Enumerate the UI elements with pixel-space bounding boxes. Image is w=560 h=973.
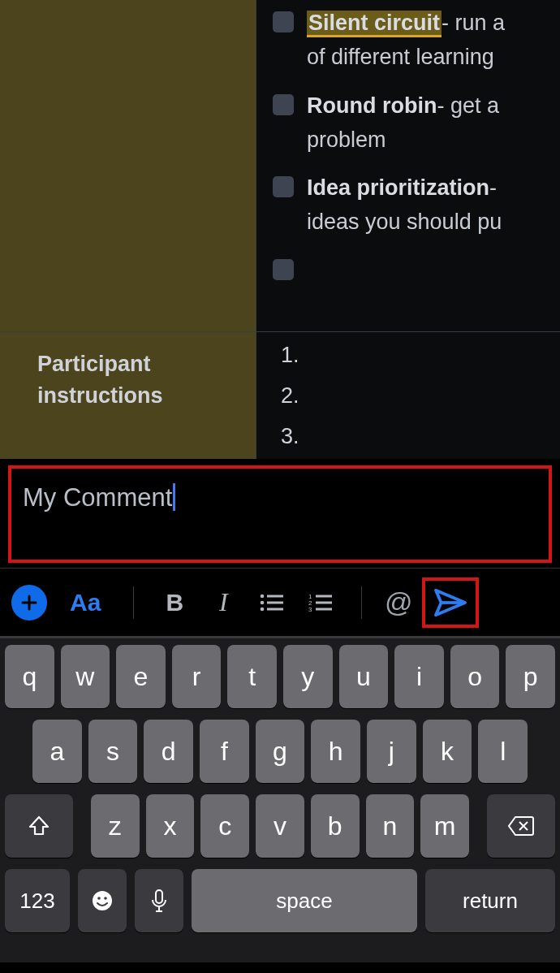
key-a[interactable]: a bbox=[32, 720, 82, 783]
list-item[interactable]: 2. bbox=[281, 379, 560, 413]
key-emoji[interactable] bbox=[78, 869, 127, 932]
document-content[interactable]: Silent circuit- run a of different learn… bbox=[0, 0, 560, 459]
svg-point-15 bbox=[104, 897, 107, 900]
checkbox-icon[interactable] bbox=[273, 176, 294, 197]
comment-input[interactable]: My Comment bbox=[8, 465, 552, 563]
format-toolbar: Aa B I 1 2 3 @ bbox=[0, 568, 560, 638]
key-d[interactable]: d bbox=[144, 720, 193, 783]
key-backspace[interactable] bbox=[487, 794, 555, 858]
item-rest: - get a bbox=[437, 93, 499, 118]
item-line2: problem bbox=[307, 128, 386, 152]
svg-rect-1 bbox=[267, 595, 283, 597]
item-line2: ideas you should pu bbox=[307, 210, 502, 234]
key-x[interactable]: x bbox=[146, 794, 195, 858]
list-item[interactable]: 1. bbox=[281, 339, 560, 373]
list-item[interactable]: 3. bbox=[281, 420, 560, 454]
key-f[interactable]: f bbox=[200, 720, 249, 783]
key-u[interactable]: u bbox=[339, 645, 389, 708]
key-i[interactable]: i bbox=[394, 645, 444, 708]
send-icon bbox=[433, 587, 467, 618]
bullet-list-icon bbox=[260, 593, 284, 612]
key-q[interactable]: q bbox=[5, 645, 54, 708]
italic-button[interactable]: I bbox=[199, 580, 248, 625]
key-e[interactable]: e bbox=[116, 645, 166, 708]
keyboard-row: 123 space return bbox=[5, 869, 555, 932]
checklist-item[interactable]: Round robin- get a problem bbox=[273, 89, 560, 158]
text-style-button[interactable]: Aa bbox=[70, 580, 101, 625]
separator bbox=[361, 586, 362, 619]
key-return[interactable]: return bbox=[425, 869, 555, 932]
key-c[interactable]: c bbox=[200, 794, 249, 858]
item-title: Round robin bbox=[307, 93, 437, 118]
key-shift[interactable] bbox=[5, 794, 73, 858]
separator bbox=[133, 586, 134, 619]
key-y[interactable]: y bbox=[283, 645, 333, 708]
key-g[interactable]: g bbox=[256, 720, 305, 783]
key-n[interactable]: n bbox=[366, 794, 415, 858]
key-space[interactable]: space bbox=[192, 869, 417, 932]
shift-icon bbox=[28, 815, 50, 837]
keyboard-row: q w e r t y u i o p bbox=[5, 645, 555, 708]
checkbox-icon[interactable] bbox=[273, 11, 294, 32]
key-o[interactable]: o bbox=[450, 645, 500, 708]
checkbox-icon[interactable] bbox=[273, 94, 294, 115]
key-b[interactable]: b bbox=[311, 794, 360, 858]
item-rest: - run a bbox=[442, 11, 505, 35]
item-rest: - bbox=[489, 175, 497, 200]
mention-button[interactable]: @ bbox=[378, 580, 419, 625]
keyboard: q w e r t y u i o p a s d f g h j k l z … bbox=[0, 638, 560, 962]
key-w[interactable]: w bbox=[61, 645, 110, 708]
key-v[interactable]: v bbox=[256, 794, 304, 858]
checkbox-icon[interactable] bbox=[273, 259, 294, 280]
plus-icon bbox=[11, 585, 47, 621]
keyboard-row: z x c v b n m bbox=[5, 794, 555, 858]
key-h[interactable]: h bbox=[311, 720, 360, 783]
svg-point-14 bbox=[97, 897, 101, 900]
svg-point-0 bbox=[261, 594, 265, 598]
backspace-icon bbox=[507, 815, 535, 837]
numbered-list-button[interactable]: 1 2 3 bbox=[296, 580, 345, 625]
key-p[interactable]: p bbox=[506, 645, 555, 708]
key-mic[interactable] bbox=[135, 869, 183, 932]
emoji-icon bbox=[90, 889, 114, 913]
checklist-item[interactable]: Idea prioritization- ideas you should pu bbox=[273, 171, 560, 240]
key-k[interactable]: k bbox=[423, 720, 472, 783]
svg-point-2 bbox=[261, 600, 265, 604]
key-z[interactable]: z bbox=[91, 794, 140, 858]
bold-button[interactable]: B bbox=[150, 580, 199, 625]
item-title[interactable]: Silent circuit bbox=[307, 11, 442, 37]
keyboard-row: a s d f g h j k l bbox=[5, 720, 555, 783]
comment-text: My Comment bbox=[23, 483, 172, 512]
svg-rect-16 bbox=[156, 890, 162, 903]
item-line2: of different learning bbox=[307, 45, 494, 69]
table-cell-ordered[interactable]: 1. 2. 3. bbox=[256, 332, 560, 459]
table-cell-left bbox=[0, 0, 256, 331]
svg-rect-11 bbox=[316, 608, 332, 610]
svg-rect-7 bbox=[316, 595, 332, 597]
svg-rect-9 bbox=[316, 601, 332, 603]
table-cell-checklist[interactable]: Silent circuit- run a of different learn… bbox=[256, 0, 560, 331]
svg-rect-3 bbox=[267, 601, 283, 603]
key-m[interactable]: m bbox=[420, 794, 469, 858]
bullet-list-button[interactable] bbox=[248, 580, 296, 625]
key-l[interactable]: l bbox=[478, 720, 528, 783]
text-cursor bbox=[173, 483, 175, 511]
checklist-item-empty[interactable] bbox=[273, 254, 560, 280]
svg-point-4 bbox=[261, 607, 265, 611]
svg-rect-5 bbox=[267, 608, 283, 610]
numbered-list-icon: 1 2 3 bbox=[308, 593, 333, 612]
svg-text:3: 3 bbox=[308, 606, 312, 612]
mic-icon bbox=[150, 889, 168, 913]
add-button[interactable] bbox=[11, 580, 70, 625]
send-button[interactable] bbox=[422, 577, 479, 628]
key-t[interactable]: t bbox=[227, 645, 277, 708]
key-123[interactable]: 123 bbox=[5, 869, 70, 932]
item-title: Idea prioritization bbox=[307, 175, 489, 200]
svg-point-13 bbox=[93, 891, 112, 910]
section-label: Participant instructions bbox=[0, 332, 256, 459]
key-s[interactable]: s bbox=[88, 720, 138, 783]
checklist-item[interactable]: Silent circuit- run a of different learn… bbox=[273, 6, 560, 75]
key-r[interactable]: r bbox=[172, 645, 222, 708]
key-j[interactable]: j bbox=[367, 720, 416, 783]
